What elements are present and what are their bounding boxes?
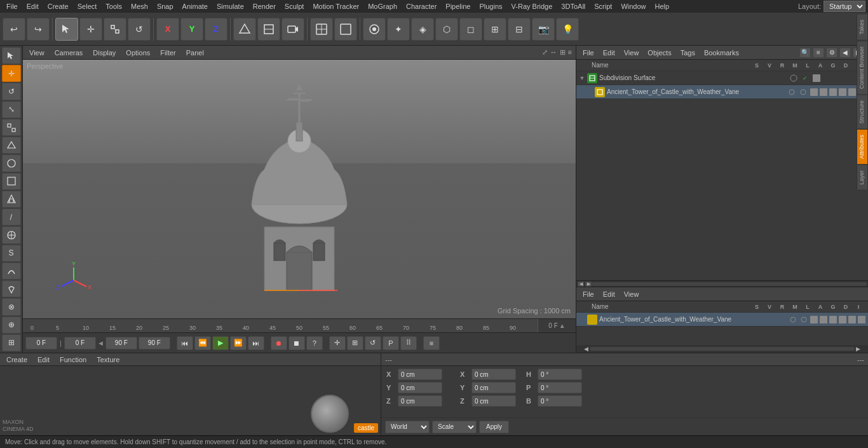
menu-window[interactable]: Window [617,1,649,11]
playback-extra-6[interactable]: ≡ [423,336,440,350]
end-frame-field1[interactable] [105,337,137,350]
menu-script[interactable]: Script [590,1,616,11]
object-button[interactable] [233,18,256,41]
viewport-filter-btn[interactable]: Filter [158,48,178,57]
object-row-subdivision[interactable]: ▼ Subdivision Surface ✓ [576,71,868,85]
playback-extra-1[interactable]: ✛ [329,336,346,350]
sidebar-t7[interactable]: S [2,245,21,262]
scale-dropdown[interactable]: Scale [432,421,477,433]
end-frame-field2[interactable] [139,337,170,350]
z-pos-field[interactable] [398,395,442,407]
y-size-field[interactable] [471,382,516,393]
playback-extra-4[interactable]: P [383,336,399,350]
prev-btn[interactable]: ◀ [839,48,851,58]
expand-castle[interactable] [585,89,593,95]
menu-select[interactable]: Select [74,1,101,11]
timeline-end-frame[interactable]: 0 F ▲ [538,319,576,332]
menu-vray[interactable]: V-Ray Bridge [508,1,557,11]
sidebar-t9[interactable] [2,280,21,297]
sidebar-t4[interactable] [2,191,21,208]
menu-sculpt[interactable]: Sculpt [281,1,308,11]
viewport-options-btn[interactable]: Options [123,48,153,57]
mat-texture-btn[interactable]: Texture [94,355,122,364]
goto-end-button[interactable]: ⏭ [248,336,264,350]
playback-extra-5[interactable]: ⠿ [400,336,417,350]
vtab-attributes[interactable]: Attributes [857,129,868,165]
menu-mograph[interactable]: MoGraph [364,1,401,11]
menu-mesh[interactable]: Mesh [127,1,152,11]
tool-a[interactable] [363,18,386,41]
sidebar-t6[interactable] [2,226,21,243]
z-size-field[interactable] [471,395,516,407]
attr-edit-btn[interactable]: Edit [600,290,618,299]
current-frame-field[interactable] [64,337,96,350]
z-axis-button[interactable]: Z [205,18,227,41]
sidebar-move[interactable]: ✛ [2,65,21,82]
scroll-left[interactable]: ◀ [578,282,584,287]
sidebar-transform[interactable] [2,119,21,136]
attr-row-castle[interactable]: Ancient_Tower_of_Castle_with_Weather_Van… [576,313,868,327]
attr-i6[interactable] [839,316,846,323]
tool-light[interactable]: 💡 [556,18,579,41]
attr-i3[interactable] [810,316,818,323]
menu-help[interactable]: Help [651,1,674,11]
bscroll-right[interactable]: ▶ [856,346,860,352]
x-pos-field[interactable] [398,369,442,380]
record-button[interactable]: ⏺ [271,336,287,350]
objects-tags-btn[interactable]: Tags [678,48,698,57]
objects-file-btn[interactable]: File [580,48,597,57]
menu-render[interactable]: Render [249,1,280,11]
sidebar-scale[interactable]: ⤡ [2,101,21,118]
p-rot-field[interactable] [538,382,582,393]
step-back-button[interactable]: ⏪ [194,336,211,350]
sidebar-t10[interactable]: ⊗ [2,298,21,315]
menu-file[interactable]: File [3,1,22,11]
menu-simulate[interactable]: Simulate [213,1,248,11]
x-axis-button[interactable]: X [156,18,179,41]
material-thumbnail[interactable] [311,395,349,433]
sidebar-t5[interactable]: / [2,208,21,226]
viewport-icon-1[interactable]: ⤢ [542,48,548,57]
y-pos-field[interactable] [398,382,442,393]
mat-function-btn[interactable]: Function [57,355,89,364]
attr-file-btn[interactable]: File [580,290,597,299]
objects-view-btn[interactable]: View [621,48,642,57]
play-button[interactable]: ▶ [212,336,229,350]
scroll-right[interactable]: ▶ [585,282,592,287]
menu-animate[interactable]: Animate [179,1,212,11]
bscroll-track[interactable] [590,347,855,351]
attr-expand[interactable] [579,316,585,323]
attr-i2[interactable] [799,315,808,324]
playback-extra-3[interactable]: ↺ [365,336,381,350]
sidebar-t1[interactable] [2,137,21,154]
tool-c[interactable]: ◈ [411,18,434,41]
start-frame-field[interactable] [25,337,57,350]
attr-i5[interactable] [829,316,837,323]
rotate-tool-button[interactable]: ↺ [128,18,151,41]
sidebar-t3[interactable] [2,173,21,190]
expand-subdivision[interactable]: ▼ [579,75,585,81]
undo-button[interactable]: ↩ [3,18,25,41]
camera-button[interactable] [281,18,304,41]
castle-s-icon[interactable] [787,88,796,97]
objects-bookmarks-btn[interactable]: Bookmarks [702,48,742,57]
sidebar-t11[interactable]: ⊕ [2,316,21,334]
viewport1-button[interactable] [310,18,333,41]
attr-i1[interactable] [789,315,797,324]
h-rot-field[interactable] [538,369,582,380]
scale-tool-button[interactable] [104,18,126,41]
help-button[interactable]: ? [306,336,323,350]
object2-button[interactable] [257,18,280,41]
viewport-canvas[interactable]: Perspective [23,60,576,318]
filter-btn[interactable]: ≡ [813,48,824,58]
vtab-takes[interactable]: Takes [857,14,868,41]
attr-i4[interactable] [820,316,827,323]
mat-edit-btn[interactable]: Edit [35,355,52,364]
menu-plugins[interactable]: Plugins [475,1,506,11]
bscroll-left[interactable]: ◀ [584,346,588,352]
sidebar-select[interactable] [2,47,21,64]
object-row-castle[interactable]: Ancient_Tower_of_Castle_with_Weather_Van… [576,85,868,99]
sidebar-t8[interactable] [2,262,21,280]
sidebar-rotate[interactable]: ↺ [2,83,21,100]
menu-pipeline[interactable]: Pipeline [442,1,474,11]
